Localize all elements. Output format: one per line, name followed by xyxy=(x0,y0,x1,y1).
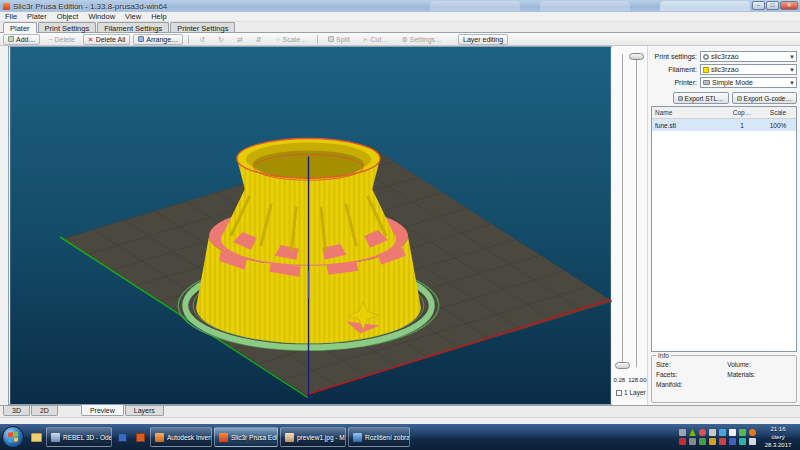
menu-window[interactable]: Window xyxy=(88,12,115,21)
layer-editing-toggle[interactable]: Layer editing xyxy=(458,34,508,45)
tray-icon[interactable] xyxy=(699,438,706,445)
one-layer-checkbox-box[interactable] xyxy=(616,390,622,396)
export-gcode-button[interactable]: Export G-code… xyxy=(732,92,797,104)
settings-tab-row: Plater Print Settings Filament Settings … xyxy=(0,22,800,33)
windows-taskbar: REBEL 3D - Odeslat o... Autodesk Invento… xyxy=(0,424,800,450)
menu-view[interactable]: View xyxy=(125,12,141,21)
tab-3d[interactable]: 3D xyxy=(3,406,30,416)
tray-icon[interactable] xyxy=(699,429,706,436)
taskbar-button-display-settings[interactable]: Rozlišení zobrazení xyxy=(348,427,410,447)
max-layer-slider-handle[interactable] xyxy=(629,53,644,60)
viewport-3d[interactable] xyxy=(8,46,612,405)
clock-time: 21:16 xyxy=(758,425,798,433)
tab-print-settings[interactable]: Print Settings xyxy=(38,22,97,32)
tray-icon[interactable] xyxy=(729,438,736,445)
tray-icon[interactable] xyxy=(689,429,696,436)
menu-bar: File Plater Object Window View Help xyxy=(0,12,800,22)
scale-icon: ⁘ xyxy=(275,36,281,43)
tray-icon[interactable] xyxy=(679,438,686,445)
chevron-down-icon: ▼ xyxy=(789,80,795,86)
plater-toolbar: Add… − Delete ✕ Delete All Arrange… ↺ ↻ … xyxy=(0,33,800,46)
pinned-app-orange[interactable] xyxy=(132,428,148,446)
explorer-taskbar-icon[interactable] xyxy=(28,428,44,446)
printer-select[interactable]: Simple Mode ▼ xyxy=(700,77,797,88)
inventor-icon xyxy=(155,433,164,442)
email-window-icon xyxy=(51,433,60,442)
export-stl-button[interactable]: Export STL… xyxy=(673,92,729,104)
gear-icon xyxy=(703,54,709,60)
min-layer-slider-track[interactable] xyxy=(622,54,623,367)
tray-icon[interactable] xyxy=(729,429,736,436)
tray-icon[interactable] xyxy=(719,438,726,445)
close-button[interactable]: ✕ xyxy=(780,1,798,10)
taskbar-button-email[interactable]: REBEL 3D - Odeslat o... xyxy=(46,427,112,447)
windows-logo-icon xyxy=(8,431,18,442)
object-settings-button: ⚙ Settings… xyxy=(396,34,447,45)
print-settings-label: Print settings: xyxy=(651,53,697,60)
info-volume-label: Volume: xyxy=(727,361,793,371)
view-tab-row: 3D 2D Preview Layers xyxy=(0,405,800,417)
background-window-tab xyxy=(660,1,750,11)
right-panel: Print settings: slic3rzao ▼ Filament: sl… xyxy=(648,46,800,405)
chevron-down-icon: ▼ xyxy=(789,67,795,73)
tray-icon[interactable] xyxy=(719,429,726,436)
tab-printer-settings[interactable]: Printer Settings xyxy=(170,22,235,32)
delete-button: − Delete xyxy=(43,34,79,45)
tray-icon[interactable] xyxy=(689,438,696,445)
add-icon xyxy=(8,36,14,42)
maximize-button[interactable]: □ xyxy=(766,1,779,10)
preview-slider-panel: 0.28 128.00 1 Layer xyxy=(612,46,648,405)
minimize-button[interactable]: – xyxy=(752,1,765,10)
arrange-button[interactable]: Arrange… xyxy=(133,34,183,45)
scale-button: ⁘ Scale… xyxy=(270,34,312,45)
tab-2d[interactable]: 2D xyxy=(31,406,58,416)
printer-label: Printer: xyxy=(651,79,697,86)
menu-file[interactable]: File xyxy=(5,12,17,21)
speaker-icon[interactable] xyxy=(749,438,756,445)
object-list: Name Cop… Scale fune.stl 1 100% xyxy=(651,106,797,352)
object-list-header: Name Cop… Scale xyxy=(652,107,796,119)
tray-icon[interactable] xyxy=(709,429,716,436)
tray-icon[interactable] xyxy=(739,438,746,445)
tray-icon[interactable] xyxy=(739,429,746,436)
taskbar-button-inventor[interactable]: Autodesk Inventor Pr... xyxy=(150,427,212,447)
table-row[interactable]: fune.stl 1 100% xyxy=(652,119,796,131)
tab-filament-settings[interactable]: Filament Settings xyxy=(97,22,169,32)
tray-icon[interactable] xyxy=(709,438,716,445)
filament-select[interactable]: slic3rzao ▼ xyxy=(700,64,797,75)
delete-all-button[interactable]: ✕ Delete All xyxy=(83,34,130,45)
pinned-app-blue[interactable] xyxy=(114,428,130,446)
tray-icon[interactable] xyxy=(679,429,686,436)
tray-icon[interactable] xyxy=(749,429,756,436)
start-button[interactable] xyxy=(2,426,24,448)
delete-all-icon: ✕ xyxy=(88,36,94,43)
menu-object[interactable]: Object xyxy=(57,12,79,21)
print-settings-select[interactable]: slic3rzao ▼ xyxy=(700,51,797,62)
tab-plater[interactable]: Plater xyxy=(3,22,37,33)
mirror-h-icon: ⇄ xyxy=(237,36,243,43)
taskbar-button-paint[interactable]: preview1.jpg - Malov... xyxy=(280,427,346,447)
orange-app-icon xyxy=(136,433,145,442)
tab-preview[interactable]: Preview xyxy=(81,405,124,416)
taskbar-button-slic3r[interactable]: Slic3r Prusa Edition - ... xyxy=(214,427,278,447)
tab-layers[interactable]: Layers xyxy=(125,406,164,416)
info-box-title: Info xyxy=(656,352,671,359)
folder-icon xyxy=(31,433,42,442)
rotate-cw-icon: ↻ xyxy=(218,36,224,43)
min-z-value: 0.28 xyxy=(613,377,625,383)
menu-help[interactable]: Help xyxy=(151,12,166,21)
max-layer-slider-track[interactable] xyxy=(636,54,637,367)
clock-day: úterý xyxy=(758,433,798,441)
add-button[interactable]: Add… xyxy=(3,34,40,45)
background-window-tab xyxy=(430,1,520,11)
one-layer-checkbox[interactable]: 1 Layer xyxy=(616,389,646,396)
cut-button: ✂ Cut… xyxy=(358,34,394,45)
taskbar-clock[interactable]: 21:16 úterý 28.3.2017 xyxy=(758,425,798,449)
min-layer-slider-handle[interactable] xyxy=(615,362,630,369)
mirror-h-button: ⇄ xyxy=(232,34,248,45)
rotate-ccw-icon: ↺ xyxy=(199,36,205,43)
printer-icon xyxy=(703,80,710,85)
mirror-v-icon: ⇵ xyxy=(256,36,262,43)
menu-plater[interactable]: Plater xyxy=(27,12,47,21)
gcode-icon xyxy=(737,96,742,101)
